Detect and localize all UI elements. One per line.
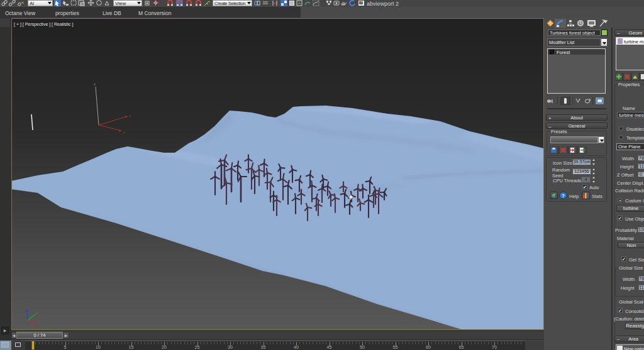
svg-text:y: y — [36, 311, 38, 315]
svg-text:x: x — [123, 131, 125, 134]
svg-text:y: y — [129, 114, 131, 118]
svg-text:z: z — [25, 309, 27, 313]
svg-text:x: x — [36, 324, 38, 328]
svg-text:z: z — [94, 82, 96, 86]
